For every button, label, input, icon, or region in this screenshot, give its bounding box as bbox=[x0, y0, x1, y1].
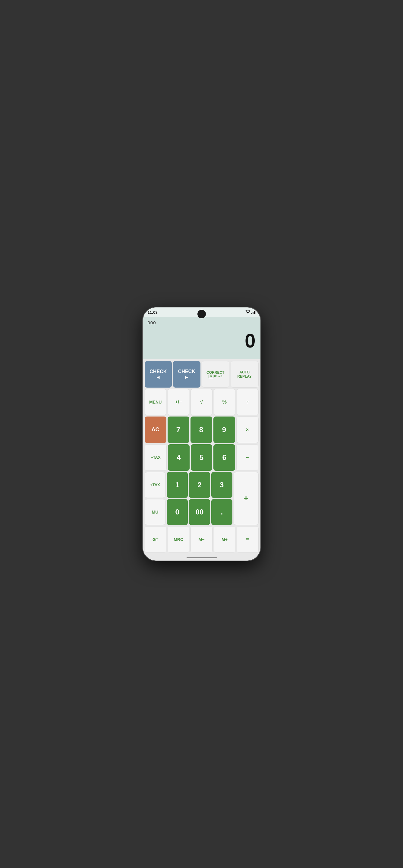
2-button[interactable]: 2 bbox=[189, 472, 210, 498]
8-label: 8 bbox=[199, 426, 203, 434]
tax-plus-label: +TAX bbox=[150, 483, 160, 487]
camera-notch bbox=[197, 310, 206, 318]
3-button[interactable]: 3 bbox=[211, 472, 232, 498]
mrc-label: MRC bbox=[174, 537, 183, 542]
m-plus-label: M+ bbox=[221, 537, 227, 542]
ac-button[interactable]: AC bbox=[145, 416, 166, 443]
button-row-1: CHECK ◄ CHECK ► CORRECT ✕ 00→0 AUTO REPL bbox=[145, 361, 259, 388]
6-label: 6 bbox=[222, 453, 226, 462]
1-button[interactable]: 1 bbox=[167, 472, 188, 498]
tax-minus-button[interactable]: −TAX bbox=[145, 444, 167, 471]
mu-label: MU bbox=[152, 510, 159, 515]
gt-label: GT bbox=[153, 537, 158, 542]
plus-label: + bbox=[244, 494, 248, 503]
gt-button[interactable]: GT bbox=[145, 526, 166, 553]
tax-minus-label: −TAX bbox=[151, 455, 161, 460]
check-right-arrow: ► bbox=[184, 374, 189, 380]
7-label: 7 bbox=[176, 426, 180, 434]
percent-label: % bbox=[222, 399, 227, 405]
home-indicator-bar bbox=[143, 555, 260, 561]
00-button[interactable]: 00 bbox=[189, 499, 210, 525]
home-indicator bbox=[187, 557, 217, 558]
correct-box-icon: ✕ bbox=[209, 375, 213, 378]
9-label: 9 bbox=[222, 426, 226, 434]
divide-label: ÷ bbox=[246, 399, 249, 405]
5-button[interactable]: 5 bbox=[191, 444, 213, 471]
5-label: 5 bbox=[199, 453, 204, 462]
dot-button[interactable]: . bbox=[211, 499, 232, 525]
button-rows-5-6: +TAX 1 2 3 MU 0 bbox=[145, 472, 259, 525]
svg-rect-1 bbox=[251, 313, 252, 314]
divide-button[interactable]: ÷ bbox=[237, 389, 258, 415]
0-label: 0 bbox=[176, 508, 179, 517]
dot-label: . bbox=[221, 508, 223, 517]
check-left-arrow: ◄ bbox=[156, 374, 161, 380]
minus-label: − bbox=[246, 455, 249, 460]
button-row-4: −TAX 4 5 6 − bbox=[145, 444, 259, 471]
0-button[interactable]: 0 bbox=[167, 499, 188, 525]
button-area: CHECK ◄ CHECK ► CORRECT ✕ 00→0 AUTO REPL bbox=[143, 359, 260, 555]
display-area: 000 0 bbox=[143, 317, 260, 359]
multiply-button[interactable]: × bbox=[236, 416, 259, 443]
svg-rect-4 bbox=[255, 310, 256, 314]
sqrt-button[interactable]: √ bbox=[190, 389, 212, 415]
check-right-label: CHECK bbox=[178, 369, 195, 374]
m-minus-button[interactable]: M− bbox=[190, 526, 212, 553]
svg-marker-0 bbox=[247, 312, 249, 313]
correct-button[interactable]: CORRECT ✕ 00→0 bbox=[202, 361, 230, 388]
status-time: 11:08 bbox=[148, 310, 158, 315]
auto-replay-sublabel: REPLAY bbox=[237, 374, 252, 378]
percent-button[interactable]: % bbox=[214, 389, 236, 415]
menu-label: MENU bbox=[149, 400, 161, 405]
minus-button[interactable]: − bbox=[236, 444, 259, 471]
svg-rect-2 bbox=[253, 312, 253, 314]
3-label: 3 bbox=[220, 481, 224, 490]
7-button[interactable]: 7 bbox=[167, 416, 189, 443]
1-label: 1 bbox=[176, 481, 179, 490]
plus-minus-label: +/− bbox=[175, 399, 182, 405]
equals-label: = bbox=[246, 536, 249, 543]
mu-button[interactable]: MU bbox=[145, 499, 166, 525]
00-label: 00 bbox=[196, 508, 204, 517]
check-left-label: CHECK bbox=[150, 369, 167, 374]
correct-label: CORRECT bbox=[207, 370, 224, 375]
check-right-button[interactable]: CHECK ► bbox=[173, 361, 200, 388]
8-button[interactable]: 8 bbox=[190, 416, 212, 443]
auto-replay-label: AUTO bbox=[239, 370, 250, 374]
svg-rect-3 bbox=[254, 311, 255, 314]
mrc-button[interactable]: MRC bbox=[167, 526, 189, 553]
multiply-label: × bbox=[246, 427, 249, 433]
button-row-7: GT MRC M− M+ = bbox=[145, 526, 259, 553]
ac-label: AC bbox=[152, 427, 159, 433]
status-icons bbox=[245, 310, 256, 314]
4-label: 4 bbox=[177, 453, 181, 462]
wifi-icon bbox=[245, 310, 250, 314]
menu-button[interactable]: MENU bbox=[145, 389, 166, 415]
9-button[interactable]: 9 bbox=[213, 416, 235, 443]
button-row-3: AC 7 8 9 × bbox=[145, 416, 259, 443]
signal-icon bbox=[251, 310, 256, 314]
phone-frame: 11:08 ◈ 000 0 bbox=[143, 307, 260, 561]
auto-replay-button[interactable]: AUTO REPLAY bbox=[230, 361, 259, 388]
display-main-value: 0 bbox=[148, 331, 256, 350]
button-row-2: MENU +/− √ % ÷ bbox=[145, 389, 259, 415]
plus-minus-button[interactable]: +/− bbox=[167, 389, 189, 415]
num-grid: +TAX 1 2 3 MU 0 bbox=[145, 472, 232, 525]
sqrt-label: √ bbox=[200, 399, 203, 405]
2-label: 2 bbox=[197, 481, 202, 490]
equals-button[interactable]: = bbox=[237, 526, 258, 553]
m-minus-label: M− bbox=[199, 537, 205, 542]
correct-sub-text: 00→0 bbox=[214, 375, 222, 378]
m-plus-button[interactable]: M+ bbox=[214, 526, 236, 553]
4-button[interactable]: 4 bbox=[168, 444, 190, 471]
correct-sublabel: ✕ 00→0 bbox=[209, 375, 222, 378]
check-left-button[interactable]: CHECK ◄ bbox=[145, 361, 172, 388]
display-tape: 000 bbox=[148, 320, 256, 325]
6-button[interactable]: 6 bbox=[213, 444, 235, 471]
phone-screen: 11:08 ◈ 000 0 bbox=[143, 307, 260, 561]
plus-button[interactable]: + bbox=[234, 472, 259, 525]
tax-plus-button[interactable]: +TAX bbox=[145, 472, 166, 498]
